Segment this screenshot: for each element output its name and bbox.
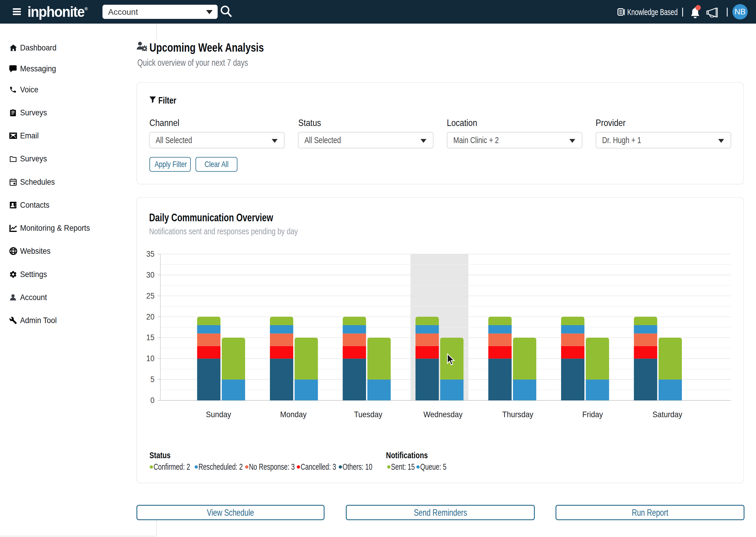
svg-text:15: 15 xyxy=(146,333,155,342)
svg-text:5: 5 xyxy=(150,375,155,384)
svg-text:35: 35 xyxy=(146,250,155,258)
svg-text:Thursday: Thursday xyxy=(502,410,534,419)
svg-text:30: 30 xyxy=(146,270,155,279)
svg-text:10: 10 xyxy=(146,354,155,363)
svg-text:25: 25 xyxy=(146,292,155,300)
svg-text:Friday: Friday xyxy=(582,410,603,419)
svg-text:0: 0 xyxy=(150,396,155,404)
svg-text:20: 20 xyxy=(146,312,155,321)
svg-text:Monday: Monday xyxy=(280,410,307,419)
svg-text:Tuesday: Tuesday xyxy=(354,410,382,419)
svg-text:Sunday: Sunday xyxy=(206,410,231,419)
svg-text:Saturday: Saturday xyxy=(653,410,683,419)
svg-text:Wednesday: Wednesday xyxy=(423,410,463,419)
